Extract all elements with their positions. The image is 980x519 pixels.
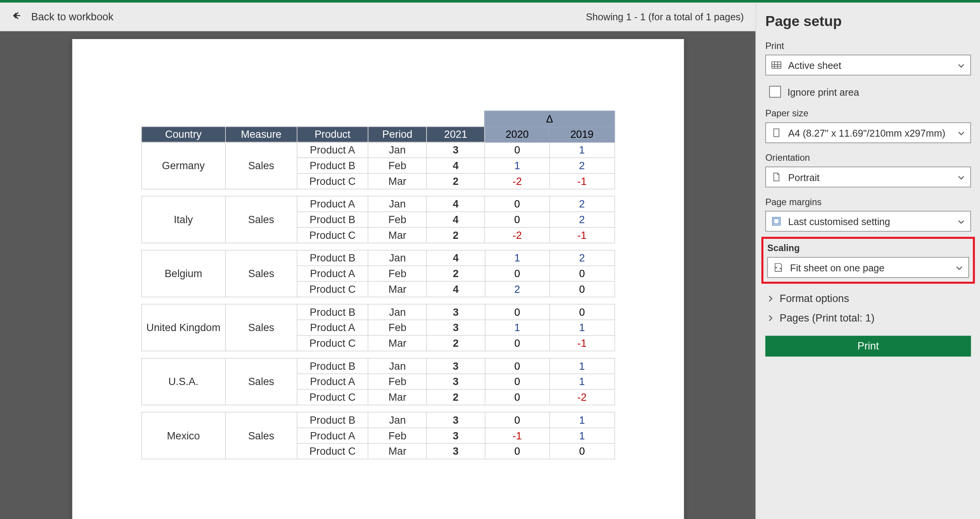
data-cell: -1: [550, 335, 614, 351]
page-icon: [771, 127, 782, 138]
format-options-label: Format options: [780, 293, 849, 305]
data-cell: Product A: [297, 142, 368, 158]
data-cell: 3: [426, 304, 485, 320]
ignore-print-area-checkbox[interactable]: Ignore print area: [765, 83, 971, 107]
data-cell: Mar: [368, 335, 426, 351]
data-cell: 0: [550, 304, 614, 320]
data-block: U.S.A.SalesProduct BJan301Product AFeb30…: [141, 358, 615, 405]
data-cell: 3: [426, 428, 485, 444]
data-cell: Feb: [368, 320, 426, 336]
chevron-down-icon: [957, 217, 965, 225]
country-cell: Belgium: [141, 250, 225, 297]
data-cell: 3: [426, 358, 485, 374]
data-table: MexicoSalesProduct BJan301Product AFeb3-…: [141, 412, 615, 459]
back-arrow-icon: [12, 10, 22, 23]
data-cell: 2: [550, 250, 614, 266]
data-cell: Product C: [297, 335, 368, 351]
data-cell: 0: [485, 358, 550, 374]
back-label: Back to workbook: [31, 11, 114, 23]
data-cell: 1: [550, 320, 614, 336]
print-what-dropdown[interactable]: Active sheet: [765, 55, 971, 75]
data-cell: 0: [485, 389, 550, 405]
data-cell: Feb: [368, 212, 426, 227]
data-cell: Jan: [368, 304, 426, 320]
data-cell: 1: [485, 158, 549, 173]
back-to-workbook-link[interactable]: Back to workbook: [12, 10, 114, 23]
data-cell: 2: [426, 266, 485, 281]
margins-value: Last customised setting: [788, 216, 951, 227]
data-cell: 0: [485, 212, 549, 227]
header-spacer: [141, 111, 225, 127]
data-cell: 0: [550, 281, 614, 297]
column-header: 2019: [550, 127, 614, 142]
panel-title: Page setup: [765, 13, 971, 30]
data-cell: Jan: [368, 142, 426, 158]
data-cell: 1: [550, 358, 614, 374]
data-cell: 0: [550, 444, 614, 459]
column-header: Country: [141, 127, 225, 142]
data-cell: Jan: [368, 250, 426, 266]
column-header: 2021: [426, 127, 485, 142]
sheet-icon: [771, 60, 782, 70]
data-cell: 0: [485, 335, 550, 351]
fit-page-icon: [773, 262, 784, 273]
data-cell: 1: [550, 374, 614, 390]
data-cell: 0: [485, 444, 550, 459]
measure-cell: Sales: [225, 142, 297, 189]
format-options-collapsible[interactable]: Format options: [765, 289, 971, 308]
data-table: ItalySalesProduct AJan402Product BFeb402…: [141, 196, 615, 243]
data-cell: -1: [550, 227, 614, 243]
pages-collapsible[interactable]: Pages (Print total: 1): [765, 308, 971, 328]
data-table: BelgiumSalesProduct BJan412Product AFeb2…: [141, 250, 615, 297]
paper-size-dropdown[interactable]: A4 (8.27" x 11.69"/210mm x297mm): [765, 122, 971, 143]
print-what-value: Active sheet: [788, 60, 951, 71]
data-cell: Mar: [368, 444, 426, 459]
print-section-label: Print: [765, 40, 971, 51]
svg-rect-5: [774, 129, 779, 137]
scaling-dropdown[interactable]: Fit sheet on one page: [767, 257, 969, 278]
data-cell: 2: [550, 158, 614, 173]
data-cell: Mar: [368, 173, 426, 189]
country-cell: Mexico: [141, 412, 225, 459]
data-cell: Product A: [297, 374, 368, 390]
data-block: ItalySalesProduct AJan402Product BFeb402…: [141, 196, 615, 243]
data-cell: 1: [550, 412, 614, 428]
data-cell: 4: [426, 250, 485, 266]
data-cell: 1: [485, 250, 550, 266]
data-cell: 2: [426, 389, 485, 405]
data-cell: 0: [485, 374, 550, 390]
data-cell: 0: [485, 196, 549, 212]
svg-rect-0: [772, 62, 781, 69]
data-cell: Product B: [297, 250, 368, 266]
data-cell: Mar: [368, 281, 426, 297]
data-cell: Product C: [297, 389, 368, 405]
data-table: ΔCountryMeasureProductPeriod202120202019…: [141, 111, 615, 189]
chevron-down-icon: [957, 173, 965, 181]
data-cell: -2: [485, 227, 549, 243]
data-cell: 2: [485, 281, 550, 297]
data-cell: 0: [485, 412, 550, 428]
orientation-dropdown[interactable]: Portrait: [765, 166, 971, 187]
data-block: MexicoSalesProduct BJan301Product AFeb3-…: [141, 412, 615, 459]
column-header: Period: [368, 127, 426, 142]
checkbox-box-icon: [769, 86, 781, 98]
data-cell: -2: [550, 389, 614, 405]
column-header: 2020: [485, 127, 549, 142]
margins-dropdown[interactable]: Last customised setting: [765, 211, 971, 232]
data-cell: 0: [550, 266, 614, 281]
data-cell: 2: [550, 212, 614, 227]
page-indicator: Showing 1 - 1 (for a total of 1 pages): [586, 11, 744, 22]
data-block: BelgiumSalesProduct BJan412Product AFeb2…: [141, 250, 615, 297]
data-cell: 3: [426, 444, 485, 459]
data-cell: 4: [426, 212, 485, 227]
data-cell: Feb: [368, 266, 426, 281]
print-button[interactable]: Print: [765, 336, 971, 356]
measure-cell: Sales: [225, 412, 297, 459]
data-table: United KingdomSalesProduct BJan300Produc…: [141, 304, 615, 351]
portrait-icon: [771, 172, 782, 182]
data-block: United KingdomSalesProduct BJan300Produc…: [141, 304, 615, 351]
data-cell: Jan: [368, 196, 426, 212]
header-spacer: [297, 111, 368, 127]
data-cell: -1: [550, 173, 614, 189]
margins-label: Page margins: [765, 196, 971, 207]
